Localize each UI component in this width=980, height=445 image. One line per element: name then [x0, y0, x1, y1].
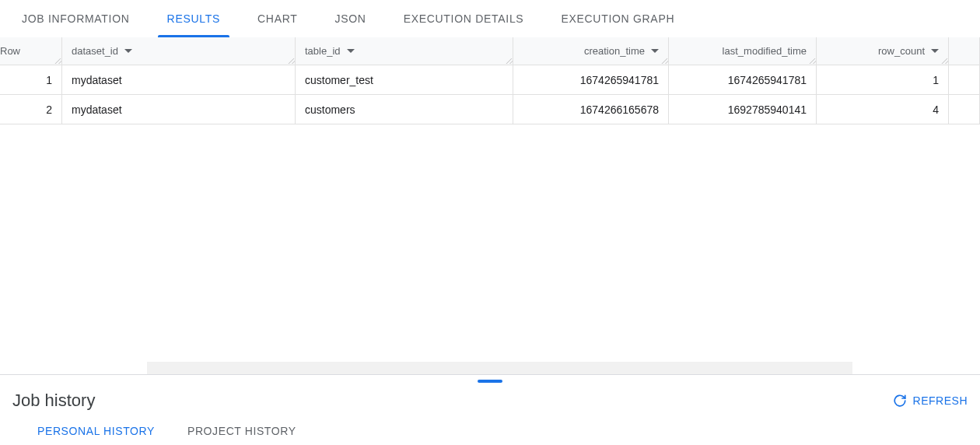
cell-row-number: 1 — [0, 65, 62, 94]
resize-handle[interactable] — [287, 57, 295, 65]
column-header-label: table_id — [305, 45, 341, 57]
cell-row-count: 4 — [817, 95, 949, 124]
resize-handle[interactable] — [505, 57, 513, 65]
cell-creation-time: 1674266165678 — [513, 95, 669, 124]
column-header-label: row_count — [878, 45, 925, 57]
column-header-label: creation_time — [584, 45, 645, 57]
tab-personal-history[interactable]: PERSONAL HISTORY — [37, 425, 155, 445]
cell-last-modified-time: 1692785940141 — [669, 95, 817, 124]
resize-handle[interactable] — [660, 57, 668, 65]
cell-extra — [949, 65, 980, 94]
tab-json[interactable]: JSON — [316, 0, 384, 37]
tab-job-information[interactable]: JOB INFORMATION — [3, 0, 149, 37]
results-tabs: JOB INFORMATION RESULTS CHART JSON EXECU… — [0, 0, 980, 37]
tab-execution-graph[interactable]: EXECUTION GRAPH — [542, 0, 693, 37]
column-header-extra[interactable] — [949, 37, 980, 65]
table-row[interactable]: 2 mydataset customers 1674266165678 1692… — [0, 95, 980, 124]
cell-creation-time: 1674265941781 — [513, 65, 669, 94]
cell-table-id: customer_test — [296, 65, 513, 94]
column-header-row[interactable]: Row — [0, 37, 62, 65]
cell-row-count: 1 — [817, 65, 949, 94]
column-header-last-modified-time[interactable]: last_modified_time — [669, 37, 817, 65]
tab-project-history[interactable]: PROJECT HISTORY — [187, 425, 296, 445]
refresh-button[interactable]: REFRESH — [893, 394, 968, 408]
cell-dataset-id: mydataset — [62, 95, 296, 124]
table-header-row: Row dataset_id table_id creation_t — [0, 37, 980, 65]
column-header-dataset-id[interactable]: dataset_id — [62, 37, 296, 65]
tab-results[interactable]: RESULTS — [149, 0, 239, 37]
job-history-panel: Job history REFRESH PERSONAL HISTORY PRO… — [0, 374, 980, 445]
sort-down-icon — [931, 49, 939, 53]
resize-handle[interactable] — [808, 57, 816, 65]
tab-chart[interactable]: CHART — [239, 0, 316, 37]
sort-down-icon — [651, 49, 659, 53]
column-header-creation-time[interactable]: creation_time — [513, 37, 669, 65]
column-header-table-id[interactable]: table_id — [296, 37, 513, 65]
sort-down-icon — [124, 49, 132, 53]
column-header-label: last_modified_time — [723, 45, 807, 57]
cell-extra — [949, 95, 980, 124]
resize-handle[interactable] — [940, 57, 948, 65]
tab-execution-details[interactable]: EXECUTION DETAILS — [385, 0, 543, 37]
job-history-title: Job history — [12, 391, 95, 411]
cell-last-modified-time: 1674265941781 — [669, 65, 817, 94]
refresh-icon — [893, 394, 907, 408]
job-history-tabs: PERSONAL HISTORY PROJECT HISTORY — [0, 415, 980, 445]
refresh-label: REFRESH — [913, 394, 968, 407]
cell-dataset-id: mydataset — [62, 65, 296, 94]
results-table: Row dataset_id table_id creation_t — [0, 37, 980, 374]
column-header-row-count[interactable]: row_count — [817, 37, 949, 65]
column-header-label: dataset_id — [72, 45, 118, 57]
cell-row-number: 2 — [0, 95, 62, 124]
cell-table-id: customers — [296, 95, 513, 124]
table-row[interactable]: 1 mydataset customer_test 1674265941781 … — [0, 65, 980, 95]
column-header-label: Row — [0, 45, 20, 57]
horizontal-scrollbar[interactable] — [147, 362, 852, 374]
sort-down-icon — [347, 49, 355, 53]
resize-handle[interactable] — [54, 57, 61, 65]
